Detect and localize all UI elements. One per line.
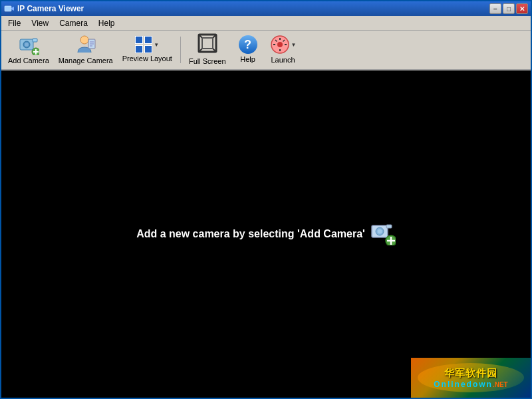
manage-camera-button[interactable]: Manage Camera — [55, 33, 117, 67]
main-content: Add a new camera by selecting 'Add Camer… — [1, 70, 531, 398]
manage-camera-label: Manage Camera — [59, 57, 113, 65]
launch-button[interactable]: ▼ Launch — [266, 33, 301, 67]
watermark-suffix: .NET — [493, 381, 508, 388]
manage-camera-icon — [75, 34, 96, 55]
menu-bar: File View Camera Help — [1, 16, 531, 31]
svg-marker-1 — [11, 7, 14, 11]
svg-point-4 — [25, 43, 29, 47]
svg-rect-0 — [5, 6, 11, 11]
add-camera-label: Add Camera — [8, 57, 49, 65]
preview-layout-icon — [135, 36, 152, 53]
help-button[interactable]: ? Help — [231, 33, 265, 67]
full-screen-label: Full Screen — [189, 57, 226, 66]
add-camera-button[interactable]: Add Camera — [4, 33, 53, 67]
main-window: IP Camera Viewer − □ ✕ File View Camera … — [0, 0, 532, 399]
empty-message-text: Add a new camera by selecting 'Add Camer… — [136, 228, 365, 240]
toolbar-sep-1 — [180, 37, 181, 63]
menu-file[interactable]: File — [3, 17, 26, 29]
svg-rect-5 — [33, 39, 37, 42]
svg-point-9 — [80, 36, 88, 44]
maximize-button[interactable]: □ — [503, 3, 515, 14]
svg-point-27 — [277, 42, 283, 47]
add-camera-icon — [18, 34, 39, 55]
grid-cell-2 — [144, 36, 152, 44]
preview-layout-icon-wrap: ▼ — [135, 36, 159, 53]
full-screen-button[interactable]: Full Screen — [185, 33, 230, 67]
menu-camera[interactable]: Camera — [54, 17, 93, 29]
help-label: Help — [240, 55, 255, 64]
launch-icon — [270, 35, 290, 55]
close-button[interactable]: ✕ — [516, 3, 528, 14]
grid-cell-3 — [135, 45, 143, 53]
app-icon — [4, 3, 15, 14]
minimize-button[interactable]: − — [489, 3, 501, 14]
svg-point-30 — [377, 229, 382, 234]
watermark-line2-wrap: Onlinedown.NET — [434, 380, 507, 389]
toolbar: Add Camera Manage Camera — [1, 31, 531, 70]
grid-cell-4 — [144, 45, 152, 53]
grid-cell-1 — [135, 36, 143, 44]
full-screen-icon — [198, 33, 217, 56]
launch-icon-wrap: ▼ — [270, 35, 297, 55]
window-controls: − □ ✕ — [489, 3, 528, 14]
camera-add-badge-icon — [370, 220, 396, 248]
menu-help[interactable]: Help — [93, 17, 120, 29]
svg-rect-31 — [386, 225, 392, 228]
title-bar: IP Camera Viewer − □ ✕ — [1, 1, 531, 16]
preview-layout-label: Preview Layout — [122, 55, 172, 63]
preview-layout-arrow: ▼ — [154, 42, 159, 48]
title-bar-left: IP Camera Viewer — [4, 3, 84, 14]
svg-rect-15 — [202, 38, 213, 49]
menu-view[interactable]: View — [26, 17, 54, 29]
launch-label: Launch — [271, 56, 295, 65]
empty-message-container: Add a new camera by selecting 'Add Camer… — [136, 220, 396, 248]
preview-layout-button[interactable]: ▼ Preview Layout — [118, 33, 176, 67]
watermark: 华军软件园 Onlinedown.NET — [411, 358, 531, 398]
window-title: IP Camera Viewer — [17, 4, 84, 13]
watermark-line1: 华军软件园 — [444, 367, 497, 380]
launch-arrow: ▼ — [291, 42, 297, 48]
watermark-line2: Onlinedown — [434, 380, 493, 389]
help-icon: ? — [239, 35, 257, 54]
